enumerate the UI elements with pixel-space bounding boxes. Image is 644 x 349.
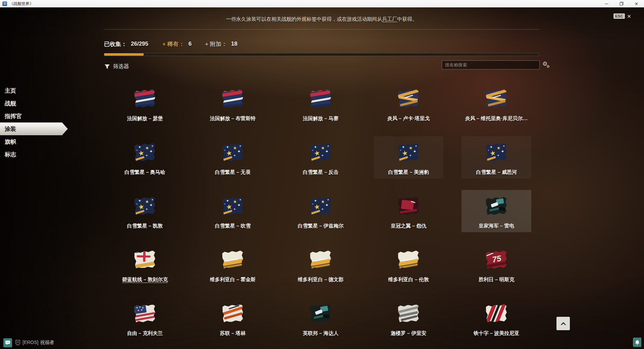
camo-item[interactable]: 碧蓝航线 – 敦刻尔克	[110, 244, 180, 286]
player-info[interactable]: [EROS]祝福者	[15, 340, 54, 346]
tile-mark-glyph: ✦	[226, 199, 229, 203]
esc-key-badge: ESC	[613, 13, 625, 19]
filters-toggle[interactable]: 筛选器	[104, 62, 129, 71]
tile-mark-glyph: ✦	[239, 145, 241, 148]
camo-tile	[310, 89, 331, 108]
camo-item[interactable]: 维多利亚白 – 霍金斯	[198, 244, 268, 286]
minimize-icon	[605, 4, 608, 4]
chat-button[interactable]	[3, 338, 12, 347]
camo-item[interactable]: 法国解放 – 布雷斯特	[198, 83, 268, 125]
camo-item[interactable]: 苏联 – 塔林	[198, 297, 268, 340]
camo-item[interactable]: 法国解放 – 瑟堡	[110, 83, 180, 125]
camo-item[interactable]: ★★✦✦✦✦✦白雪繁星 – 吹雪	[198, 190, 268, 232]
tile-mark-glyph: ★	[409, 145, 413, 150]
camo-item[interactable]: 迦楼罗 – 伊里安	[374, 297, 443, 340]
camo-item[interactable]: ★★✦✦✦✦✦白雪繁星 – 反击	[286, 136, 356, 179]
tile-mark-glyph: ✦	[237, 203, 240, 207]
camo-tile: ★★✦✦✦✦✦	[398, 143, 419, 162]
search-settings-button[interactable]: ⚙ ⚙	[542, 60, 551, 70]
game-stage: 一些永久涂装可以在相关战舰的外观标签中获得，或在游戏活动期间从兵工厂中获得。 E…	[0, 7, 644, 349]
tile-mark-glyph: ✦	[402, 145, 405, 149]
camo-name: 苏联 – 塔林	[220, 330, 246, 336]
camo-item[interactable]: 炎风 – 维托里奥·库尼贝尔…	[462, 83, 531, 125]
tile-mark-glyph: ✦	[312, 149, 314, 151]
rare-value: 6	[189, 41, 192, 47]
close-screen-icon[interactable]: ✕	[627, 14, 631, 19]
camo-item[interactable]: ★★✦✦✦✦✦白雪繁星 – 伊兹梅尔	[286, 190, 356, 232]
camo-name: 胜利日 – 明斯克	[479, 277, 515, 282]
search-input[interactable]	[442, 60, 540, 69]
camo-tile	[398, 196, 419, 216]
armory-link[interactable]: 兵工厂	[382, 16, 397, 22]
notifications-button[interactable]	[633, 338, 641, 347]
camo-item[interactable]: 皇家海军 – 雷电	[462, 190, 531, 232]
tile-mark-glyph: ✦	[490, 145, 493, 149]
funnel-icon	[104, 64, 110, 69]
tile-mark-glyph: ✦	[321, 154, 324, 157]
tile-mark-glyph: ✦	[487, 149, 489, 151]
tile-mark-glyph: ✦	[145, 154, 148, 157]
sidebar-item-camouflages[interactable]: 涂装	[0, 122, 68, 135]
tile-mark-glyph: ✦	[233, 154, 236, 157]
camo-item[interactable]: 皇冠之翼 – 怨仇	[374, 190, 443, 232]
camo-name: 英联邦 – 海达人	[303, 330, 339, 336]
chevron-up-icon	[560, 322, 566, 327]
tile-mark-glyph: ✦	[327, 199, 329, 201]
tile-mark-glyph: ✦	[497, 154, 500, 157]
header-divider	[104, 29, 539, 30]
camo-item[interactable]: 法国解放 – 马赛	[286, 83, 356, 125]
camo-tile: ★★★★★	[134, 304, 156, 323]
tile-mark-glyph: ✦	[145, 208, 148, 211]
close-window-button[interactable]: ✕	[629, 0, 644, 7]
tile-mark-glyph: ✦	[503, 145, 505, 148]
restore-icon	[620, 2, 624, 6]
tile-mark-glyph: ✦	[149, 149, 153, 153]
collection-stats: 已收集： 26/295 + 稀有： 6 + 附加： 18	[104, 40, 237, 48]
camo-item[interactable]: 75胜利日 – 明斯克	[462, 244, 531, 286]
collection-progress-fill	[104, 53, 144, 56]
rare-label: + 稀有：	[162, 40, 184, 48]
tile-mark-glyph: ✦	[413, 149, 416, 153]
camo-tile	[486, 196, 507, 216]
filters-label: 筛选器	[113, 63, 129, 70]
camo-item[interactable]: 炎风 – 卢卡·塔里戈	[374, 83, 443, 125]
camo-item[interactable]: 铁十字 – 波美拉尼亚	[462, 297, 531, 340]
camo-item[interactable]: 英联邦 – 海达人	[286, 297, 356, 340]
restore-button[interactable]	[614, 0, 629, 7]
close-icon: ✕	[635, 2, 638, 6]
tile-mark-glyph: ✦	[138, 145, 142, 149]
camo-name: 白雪繁星 – 反击	[303, 169, 339, 175]
tile-mark-glyph: ✦	[314, 145, 317, 149]
sidebar-item-ships[interactable]: 战舰	[0, 97, 70, 110]
tile-mark-glyph: ✦	[409, 154, 412, 157]
scroll-to-top-button[interactable]	[556, 317, 570, 330]
camo-item[interactable]: ★★✦✦✦✦✦白雪繁星 – 奥马哈	[110, 136, 180, 179]
camo-tile: ★★✦✦✦✦✦	[222, 196, 244, 216]
camo-item[interactable]: ★★★★★自由 – 克利夫兰	[110, 297, 180, 340]
camo-item[interactable]: 维多利亚白 – 伦敦	[374, 244, 443, 286]
sidebar-item-insignia[interactable]: 标志	[0, 148, 70, 161]
camo-item[interactable]: ★★✦✦✦✦✦白雪繁星 – 凯敦	[110, 190, 180, 232]
tile-mark-glyph: ✦	[239, 199, 241, 201]
sidebar-item-commanders[interactable]: 指挥官	[0, 110, 70, 122]
camo-name: 白雪繁星 – 伊兹梅尔	[298, 223, 344, 229]
camo-tile	[486, 89, 507, 108]
camo-item[interactable]: ★★✦✦✦✦✦白雪繁星 – 美洲豹	[374, 136, 443, 179]
camo-name: 白雪繁星 – 美洲豹	[388, 169, 429, 175]
sidebar-item-flags[interactable]: 旗帜	[0, 135, 70, 148]
sidebar-item-home[interactable]: 主页	[0, 84, 70, 97]
tile-mark-glyph: ★	[489, 149, 496, 157]
tile-mark	[323, 314, 329, 318]
camo-tile	[310, 304, 331, 323]
camo-item[interactable]: ★★✦✦✦✦✦白雪繁星 – 无畏	[198, 136, 268, 179]
camo-item[interactable]: ★★✦✦✦✦✦白雪繁星 – 威悉河	[462, 136, 531, 179]
minimize-button[interactable]	[599, 0, 614, 7]
camo-name: 皇家海军 – 雷电	[479, 223, 515, 229]
app-anchor-icon: ⚓	[2, 1, 7, 6]
tile-mark-glyph: ✦	[399, 149, 401, 151]
camo-item[interactable]: 维多利亚白 – 德文郡	[286, 244, 356, 286]
collected-label: 已收集：	[104, 40, 127, 48]
camo-tile: ★★✦✦✦✦✦	[486, 143, 507, 162]
tile-mark-glyph: ✦	[136, 149, 138, 151]
tile-mark-glyph: ✦	[149, 203, 153, 207]
